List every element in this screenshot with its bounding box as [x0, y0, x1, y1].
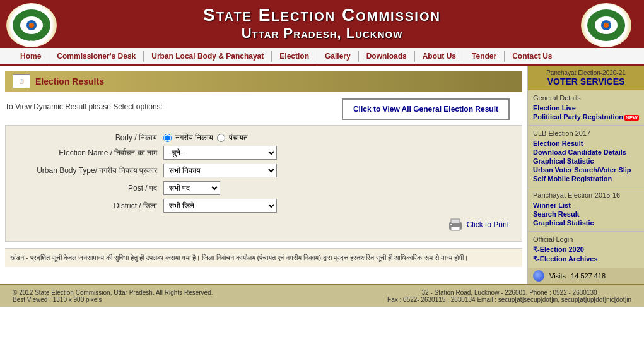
election-name-label: Election Name / निर्वाचन का नाम — [18, 148, 157, 157]
svg-rect-12 — [450, 224, 452, 225]
official-login-title: Official Login — [533, 235, 639, 243]
winner-list-link[interactable]: Winner List — [533, 201, 639, 210]
footer-center: 32 - Station Road, Lucknow - 226001. Pho… — [387, 289, 631, 303]
header-text: State Election Commission Uttar Pradesh,… — [203, 5, 441, 42]
visits-count: 14 527 418 — [571, 272, 606, 280]
navigation: Home Commissioner's Desk Urban Local Bod… — [0, 47, 644, 66]
graphical-statistic-link[interactable]: Graphical Statistic — [533, 157, 639, 165]
district-select[interactable]: सभी जिले — [163, 199, 277, 213]
results-bar-title: Election Results — [35, 76, 104, 86]
graphical-statistic-2015-link[interactable]: Graphical Statistic — [533, 218, 639, 227]
urban-body-row: Urban Body Type/ नगरीय निकाय प्रकार सभी … — [18, 164, 509, 177]
address-line2: Fax : 0522- 2630115 , 2630134 Email : se… — [387, 296, 631, 303]
right-sidebar: Panchayat Election-2020-21 VOTER SERVICE… — [527, 66, 644, 284]
logo-left: State Election — [6, 3, 63, 47]
svg-rect-11 — [451, 227, 460, 230]
urban-body-select[interactable]: सभी निकाय — [163, 164, 277, 177]
official-login-section: Official Login ₹-Election 2020 ₹-Electio… — [528, 232, 644, 268]
panchayat-2015-title: Panchayat Election-2015-16 — [533, 191, 639, 199]
print-area: Click to Print — [18, 218, 509, 234]
footer-left: © 2012 State Election Commission, Uttar … — [13, 289, 213, 303]
form-area: Body / निकाय नगरीय निकाय पंचायत Election… — [5, 125, 522, 242]
nav-contact-us[interactable]: Contact Us — [505, 51, 559, 62]
post-select[interactable]: सभी पद — [163, 181, 220, 195]
nav-about-us[interactable]: About Us — [415, 51, 464, 62]
view-all-button[interactable]: Click to View All General Election Resul… — [342, 98, 510, 120]
results-icon: 📋 — [13, 74, 30, 88]
results-bar: 📋 Election Results — [5, 71, 522, 92]
printer-icon — [447, 218, 464, 232]
nagariya-label: नगरीय निकाय — [175, 133, 213, 142]
globe-icon — [533, 270, 544, 282]
district-row: District / जिला सभी जिले — [18, 199, 509, 213]
print-label: Click to Print — [467, 220, 509, 229]
top-area: To View Dynamic Result please Select opt… — [5, 98, 522, 120]
election-name-select[interactable]: -चुने- — [163, 146, 277, 160]
footer: © 2012 State Election Commission, Uttar … — [0, 284, 644, 307]
voter-services-box: Panchayat Election-2020-21 VOTER SERVICE… — [528, 66, 644, 90]
visits-bar: Visits 14 527 418 — [528, 268, 644, 284]
copyright-text: © 2012 State Election Commission, Uttar … — [13, 289, 213, 296]
nagariya-radio[interactable] — [163, 134, 172, 142]
nav-home[interactable]: Home — [13, 51, 49, 62]
urban-body-label: Urban Body Type/ नगरीय निकाय प्रकार — [18, 166, 157, 175]
print-button[interactable]: Click to Print — [447, 218, 509, 232]
disclaimer: खंडन:- प्रदर्शित सूची केवल जनसामान्य की … — [5, 248, 522, 267]
download-candidate-link[interactable]: Download Candidate Details — [533, 148, 639, 157]
new-badge: NEW — [624, 115, 639, 121]
best-viewed-text: Best Viewed : 1310 x 900 pixels — [13, 296, 213, 303]
self-mobile-link[interactable]: Self Mobile Registration — [533, 174, 639, 183]
election-name-row: Election Name / निर्वाचन का नाम -चुने- — [18, 146, 509, 160]
district-label: District / जिला — [18, 201, 157, 210]
nav-commissioners-desk[interactable]: Commissioner's Desk — [49, 51, 144, 62]
e-election-archives-link[interactable]: ₹-Election Archives — [533, 254, 639, 264]
panchayat-label: पंचायत — [229, 133, 248, 142]
header: State Election State Election Commission… — [0, 0, 644, 47]
panchayat-radio[interactable] — [217, 134, 225, 142]
svg-rect-10 — [451, 219, 460, 223]
svg-text:State Election: State Election — [22, 40, 42, 44]
general-details-section: General Details Election Live Politiical… — [528, 90, 644, 126]
body-radio-group: नगरीय निकाय पंचायत — [163, 133, 248, 142]
visits-label: Visits — [549, 272, 566, 280]
political-party-link[interactable]: Politiical Party RegistrationNEW — [533, 112, 639, 121]
nav-election[interactable]: Election — [272, 51, 317, 62]
body-label: Body / निकाय — [18, 133, 157, 142]
ulb-election-title: ULB Election 2017 — [533, 129, 639, 137]
ulb-election-section: ULB Election 2017 Election Result Downlo… — [528, 126, 644, 187]
election-result-link[interactable]: Election Result — [533, 139, 639, 148]
nav-urban-local-body[interactable]: Urban Local Body & Panchayat — [144, 51, 272, 62]
nav-tender[interactable]: Tender — [464, 51, 505, 62]
post-row: Post / पद सभी पद — [18, 181, 509, 195]
main-layout: 📋 Election Results To View Dynamic Resul… — [0, 66, 644, 284]
general-details-title: General Details — [533, 94, 639, 102]
svg-point-8 — [604, 23, 609, 28]
left-content: 📋 Election Results To View Dynamic Resul… — [0, 66, 527, 284]
nav-downloads[interactable]: Downloads — [359, 51, 415, 62]
header-title1: State Election Commission — [203, 5, 441, 25]
address-line1: 32 - Station Road, Lucknow - 226001. Pho… — [387, 289, 631, 296]
election-live-link[interactable]: Election Live — [533, 104, 639, 112]
body-row: Body / निकाय नगरीय निकाय पंचायत — [18, 133, 509, 142]
nav-gallery[interactable]: Gallery — [317, 51, 359, 62]
voter-services-title: VOTER SERVICES — [533, 76, 639, 86]
search-result-link[interactable]: Search Result — [533, 210, 639, 218]
urban-voter-search-link[interactable]: Urban Voter Search/Voter Slip — [533, 165, 639, 174]
svg-point-3 — [29, 23, 34, 28]
select-options-text: To View Dynamic Result please Select opt… — [5, 98, 163, 111]
post-label: Post / पद — [18, 184, 157, 193]
e-election-2020-link[interactable]: ₹-Election 2020 — [533, 245, 639, 254]
panchayat-2015-section: Panchayat Election-2015-16 Winner List S… — [528, 187, 644, 232]
panchayat-election-label: Panchayat Election-2020-21 — [533, 69, 639, 76]
header-title2: Uttar Pradesh, Lucknow — [203, 25, 441, 42]
logo-right — [581, 3, 638, 47]
